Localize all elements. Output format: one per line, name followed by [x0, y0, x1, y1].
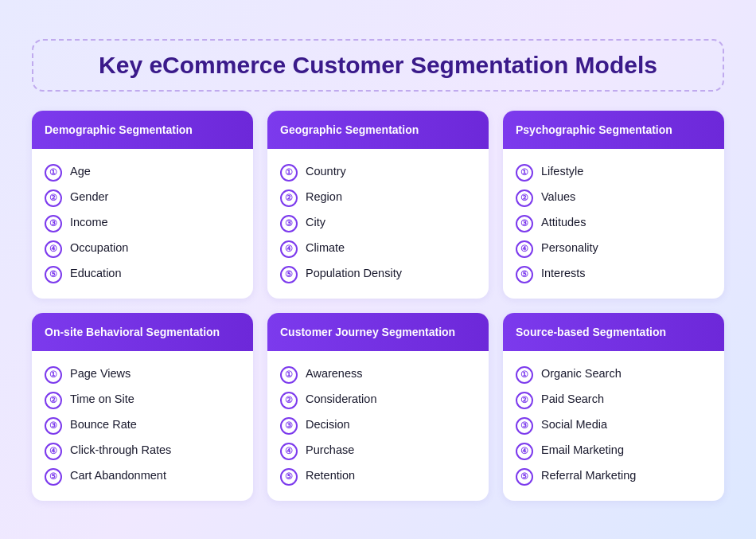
item-number: ②	[516, 189, 533, 207]
item-number: ④	[45, 240, 62, 258]
list-item: ③Decision	[280, 413, 476, 439]
list-item: ④Click-through Rates	[45, 439, 240, 464]
list-item: ④Occupation	[45, 236, 240, 262]
item-number: ④	[280, 240, 298, 258]
card-source: Source-based Segmentation①Organic Search…	[503, 313, 724, 501]
item-number: ①	[45, 164, 62, 182]
item-number: ④	[280, 443, 298, 460]
item-number: ①	[516, 164, 533, 182]
main-container: Key eCommerce Customer Segmentation Mode…	[16, 23, 740, 517]
card-body-journey: ①Awareness②Consideration③Decision④Purcha…	[267, 351, 489, 501]
card-body-demographic: ①Age②Gender③Income④Occupation⑤Education	[32, 149, 253, 299]
item-number: ③	[280, 215, 298, 232]
list-item: ②Values	[516, 186, 711, 211]
item-number: ②	[45, 392, 62, 409]
item-text: Age	[70, 165, 91, 178]
card-body-psychographic: ①Lifestyle②Values③Attitudes④Personality⑤…	[503, 149, 724, 299]
item-text: Awareness	[306, 367, 362, 380]
list-item: ①Awareness	[280, 362, 476, 388]
list-item: ①Page Views	[45, 362, 240, 388]
list-item: ④Email Marketing	[516, 439, 711, 464]
item-number: ①	[280, 366, 298, 384]
item-number: ①	[280, 164, 298, 182]
card-demographic: Demographic Segmentation①Age②Gender③Inco…	[32, 111, 253, 299]
card-header-demographic: Demographic Segmentation	[32, 111, 253, 149]
item-text: Climate	[306, 241, 345, 254]
item-text: Region	[306, 190, 342, 203]
item-number: ④	[516, 443, 533, 460]
item-text: Paid Search	[541, 393, 604, 405]
item-text: Consideration	[306, 393, 376, 405]
item-number: ②	[516, 392, 533, 409]
item-text: Purchase	[306, 443, 354, 456]
item-number: ③	[280, 417, 298, 435]
item-text: Email Marketing	[541, 443, 624, 456]
item-text: Click-through Rates	[70, 443, 171, 456]
item-text: Income	[70, 216, 108, 228]
list-item: ③Bounce Rate	[45, 413, 240, 439]
item-text: City	[306, 216, 325, 228]
list-item: ③Attitudes	[516, 211, 711, 236]
card-header-behavioral: On-site Behavioral Segmentation	[32, 313, 253, 351]
list-item: ⑤Interests	[516, 262, 711, 287]
item-text: Gender	[70, 190, 108, 203]
item-text: Attitudes	[541, 216, 586, 228]
card-header-source: Source-based Segmentation	[503, 313, 724, 351]
item-text: Personality	[541, 241, 598, 254]
item-text: Cart Abandonment	[70, 469, 166, 482]
card-psychographic: Psychographic Segmentation①Lifestyle②Val…	[503, 111, 724, 299]
card-journey: Customer Journey Segmentation①Awareness②…	[267, 313, 489, 501]
item-text: Values	[541, 190, 575, 203]
list-item: ①Organic Search	[516, 362, 711, 388]
list-item: ③Social Media	[516, 413, 711, 439]
list-item: ③City	[280, 211, 476, 236]
item-number: ③	[45, 215, 62, 232]
item-number: ⑤	[45, 468, 62, 486]
item-number: ④	[45, 443, 62, 460]
item-number: ②	[280, 392, 298, 409]
item-text: Decision	[306, 418, 350, 431]
list-item: ②Region	[280, 186, 476, 211]
list-item: ⑤Referral Marketing	[516, 464, 711, 490]
item-text: Bounce Rate	[70, 418, 137, 431]
item-text: Page Views	[70, 367, 131, 380]
list-item: ④Climate	[280, 236, 476, 262]
card-body-source: ①Organic Search②Paid Search③Social Media…	[503, 351, 724, 501]
item-text: Social Media	[541, 418, 607, 431]
item-text: Education	[70, 267, 122, 279]
item-number: ④	[516, 240, 533, 258]
list-item: ⑤Retention	[280, 464, 476, 490]
item-number: ⑤	[280, 266, 298, 283]
item-text: Referral Marketing	[541, 469, 636, 482]
item-number: ③	[516, 417, 533, 435]
card-body-geographic: ①Country②Region③City④Climate⑤Population …	[267, 149, 489, 299]
card-header-journey: Customer Journey Segmentation	[267, 313, 489, 351]
item-number: ②	[45, 189, 62, 207]
list-item: ①Country	[280, 160, 476, 186]
list-item: ②Time on Site	[45, 388, 240, 413]
card-body-behavioral: ①Page Views②Time on Site③Bounce Rate④Cli…	[32, 351, 253, 501]
list-item: ⑤Education	[45, 262, 240, 287]
item-number: ⑤	[516, 468, 533, 486]
item-number: ⑤	[45, 266, 62, 283]
card-header-geographic: Geographic Segmentation	[267, 111, 489, 149]
list-item: ⑤Population Density	[280, 262, 476, 287]
list-item: ②Paid Search	[516, 388, 711, 413]
item-number: ③	[45, 417, 62, 435]
card-header-psychographic: Psychographic Segmentation	[503, 111, 724, 149]
item-number: ①	[45, 366, 62, 384]
item-number: ⑤	[280, 468, 298, 486]
item-text: Organic Search	[541, 367, 622, 380]
item-text: Time on Site	[70, 393, 134, 405]
list-item: ①Lifestyle	[516, 160, 711, 186]
list-item: ②Gender	[45, 186, 240, 211]
item-text: Retention	[306, 469, 355, 482]
card-behavioral: On-site Behavioral Segmentation①Page Vie…	[32, 313, 253, 501]
item-text: Occupation	[70, 241, 128, 254]
title-box: Key eCommerce Customer Segmentation Mode…	[32, 39, 724, 92]
item-text: Interests	[541, 267, 586, 279]
list-item: ②Consideration	[280, 388, 476, 413]
item-text: Lifestyle	[541, 165, 583, 178]
list-item: ①Age	[45, 160, 240, 186]
item-text: Population Density	[306, 267, 402, 279]
